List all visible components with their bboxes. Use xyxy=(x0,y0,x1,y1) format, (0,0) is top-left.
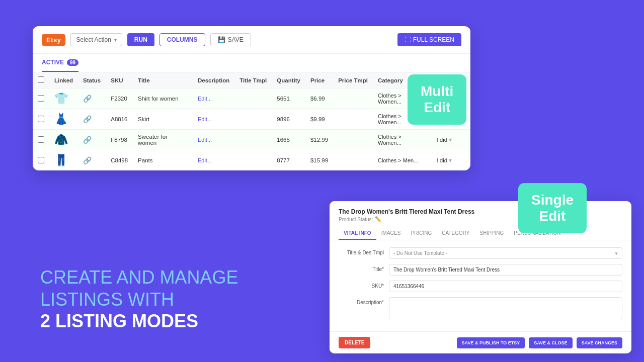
delete-button[interactable]: DELETE xyxy=(339,337,370,348)
row-select-checkbox[interactable] xyxy=(38,136,44,143)
linked-icon: 🔗 xyxy=(78,88,106,109)
col-checkbox xyxy=(33,72,49,88)
tab-shipping[interactable]: SHIPPING xyxy=(474,227,509,240)
tab-pricing[interactable]: PRICING xyxy=(406,227,437,240)
hero-line2: LISTINGS WITH xyxy=(40,289,238,310)
row-title: Pants xyxy=(133,150,193,171)
row-description[interactable]: Edit... xyxy=(193,130,234,150)
single-edit-label: Single Edit xyxy=(531,192,574,224)
multi-edit-label: Multi Edit xyxy=(421,83,453,116)
fullscreen-button[interactable]: ⛶ FULL SCREEN xyxy=(397,33,461,46)
linked-icon: 🔗 xyxy=(78,130,106,150)
product-image: 👖 xyxy=(49,150,78,171)
row-price-tmpl xyxy=(333,109,373,130)
title-input[interactable] xyxy=(389,264,622,276)
row-who-make: I did ▾ xyxy=(431,130,470,150)
save-icon: 💾 xyxy=(218,36,225,43)
row-price: $12.99 xyxy=(305,130,333,150)
hero-line1: CREATE AND MANAGE xyxy=(40,266,238,288)
single-edit-form: Title & Des Tmpl - Do Not Use Template -… xyxy=(330,240,631,331)
row-title-tmpl xyxy=(234,88,272,109)
row-price: $15.99 xyxy=(305,150,333,171)
select-all-checkbox[interactable] xyxy=(38,76,44,83)
multi-edit-panel: Etsy Select Action ▾ RUN COLUMNS 💾 SAVE … xyxy=(33,26,470,170)
product-image: 👕 xyxy=(49,88,78,109)
row-category: Clothes > Women... xyxy=(373,130,432,150)
col-linked: Linked xyxy=(49,72,78,88)
tab-active[interactable]: ACTIVE 99 xyxy=(42,54,78,72)
form-row-sku: SKU* xyxy=(339,281,622,292)
col-description: Description xyxy=(193,72,234,88)
row-title: Skirt xyxy=(133,109,193,130)
listings-table: Linked Status SKU Title Description Titl… xyxy=(33,72,470,170)
row-price-tmpl xyxy=(333,150,373,171)
row-title-tmpl xyxy=(234,109,272,130)
col-title-tmpl: Title Tmpl xyxy=(234,72,272,88)
row-quantity: 5651 xyxy=(272,88,305,109)
edit-pencil-icon[interactable]: ✏️ xyxy=(375,216,382,223)
row-select-checkbox[interactable] xyxy=(38,116,44,122)
tab-category[interactable]: CATEGORY xyxy=(437,227,474,240)
tab-vital-info[interactable]: VITAL INFO xyxy=(339,227,376,240)
chevron-down-icon: ▾ xyxy=(449,157,452,164)
title-des-tmpl-select-wrap: - Do Not Use Template - xyxy=(389,247,622,259)
row-select-checkbox[interactable] xyxy=(38,157,44,163)
title-des-tmpl-label: Title & Des Tmpl xyxy=(339,247,384,255)
col-title: Title xyxy=(133,72,193,88)
save-changes-button[interactable]: SAVE CHANGES xyxy=(577,337,622,348)
row-description[interactable]: Edit... xyxy=(193,109,234,130)
save-close-button[interactable]: SAVE & CLOSE xyxy=(529,337,572,348)
single-edit-footer: DELETE SAVE & PUBLISH TO ETSY SAVE & CLO… xyxy=(330,331,631,353)
select-action-dropdown[interactable]: Select Action ▾ xyxy=(70,33,122,46)
title-des-tmpl-select[interactable]: - Do Not Use Template - xyxy=(389,247,622,259)
product-image: 🧥 xyxy=(49,130,78,150)
save-publish-button[interactable]: SAVE & PUBLISH TO ETSY xyxy=(457,337,525,348)
row-price: $6.99 xyxy=(305,88,333,109)
col-status: Status xyxy=(78,72,106,88)
description-textarea[interactable] xyxy=(389,297,622,319)
table-row: 👕 🔗 F2320 Shirt for women Edit... 5651 $… xyxy=(33,88,470,109)
table-row: 🧥 🔗 F8798 Sweater for women Edit... 1665… xyxy=(33,130,470,150)
sku-input[interactable] xyxy=(389,281,622,292)
table-tabs: ACTIVE 99 xyxy=(33,54,470,72)
col-sku: SKU xyxy=(106,72,133,88)
row-price-tmpl xyxy=(333,130,373,150)
col-price: Price xyxy=(305,72,333,88)
row-checkbox xyxy=(33,150,49,171)
row-checkbox xyxy=(33,88,49,109)
hero-text: CREATE AND MANAGE LISTINGS WITH 2 LISTIN… xyxy=(40,266,238,332)
columns-button[interactable]: COLUMNS xyxy=(159,33,205,46)
col-price-tmpl: Price Tmpl xyxy=(333,72,373,88)
multi-edit-badge: Multi Edit xyxy=(408,74,466,125)
form-row-description: Description* xyxy=(339,297,622,319)
row-category: Clothes > Men... xyxy=(373,150,432,171)
single-edit-badge: Single Edit xyxy=(518,183,587,233)
chevron-down-icon: ▾ xyxy=(114,37,117,43)
row-title: Sweater for women xyxy=(133,130,193,150)
linked-icon: 🔗 xyxy=(78,150,106,171)
row-select-checkbox[interactable] xyxy=(38,95,44,102)
row-quantity: 9896 xyxy=(272,109,305,130)
fullscreen-icon: ⛶ xyxy=(405,36,411,43)
active-count-badge: 99 xyxy=(67,59,78,66)
row-sku: A8816 xyxy=(106,109,133,130)
row-checkbox xyxy=(33,130,49,150)
row-title-tmpl xyxy=(234,150,272,171)
save-button[interactable]: 💾 SAVE xyxy=(210,33,251,46)
row-title-tmpl xyxy=(234,130,272,150)
row-quantity: 1665 xyxy=(272,130,305,150)
row-price: $9.99 xyxy=(305,109,333,130)
toolbar: Etsy Select Action ▾ RUN COLUMNS 💾 SAVE … xyxy=(33,26,470,54)
row-who-make: I did ▾ xyxy=(431,150,470,171)
row-quantity: 8777 xyxy=(272,150,305,171)
run-button[interactable]: RUN xyxy=(127,33,154,46)
form-row-title: Title* xyxy=(339,264,622,276)
sku-field-label: SKU* xyxy=(339,281,384,289)
row-description[interactable]: Edit... xyxy=(193,150,234,171)
title-field-label: Title* xyxy=(339,264,384,272)
tab-images[interactable]: IMAGES xyxy=(376,227,406,240)
row-description[interactable]: Edit... xyxy=(193,88,234,109)
chevron-down-icon: ▾ xyxy=(449,136,452,143)
col-quantity: Quantity xyxy=(272,72,305,88)
table-row: 👗 🔗 A8816 Skirt Edit... 9896 $9.99 Cloth… xyxy=(33,109,470,130)
